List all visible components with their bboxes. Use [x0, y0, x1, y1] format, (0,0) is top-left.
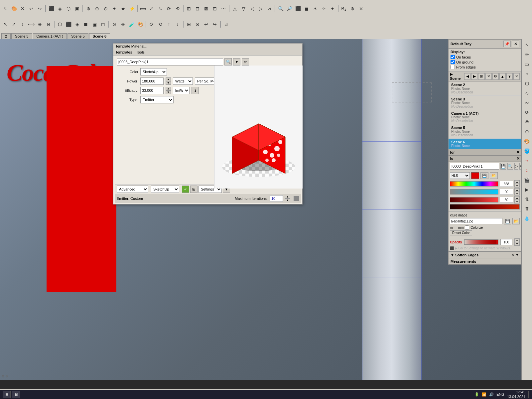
type-select[interactable]: Emitter Light Material — [140, 96, 174, 103]
tool-b4[interactable]: ⟳ — [165, 5, 173, 13]
search-btn[interactable]: 🔍 — [224, 58, 232, 66]
icon-bar-paint[interactable]: 🎨 — [522, 137, 532, 146]
tool2-17[interactable]: ⟳ — [148, 20, 156, 28]
ls-close[interactable]: ✕ — [516, 156, 520, 161]
tool-e7[interactable]: ✦ — [329, 5, 336, 13]
icon-bar-eye[interactable]: 👁 — [522, 118, 532, 126]
search-input[interactable] — [117, 58, 223, 66]
tool-d3[interactable]: ◁ — [248, 5, 256, 13]
scene-nav-left[interactable]: ◀ — [464, 73, 470, 80]
colorize-checkbox[interactable] — [465, 225, 469, 230]
tool-d2[interactable]: ▽ — [239, 5, 247, 13]
tool2-20[interactable]: ↓ — [174, 20, 182, 28]
tool-f3[interactable]: ✕ — [357, 5, 365, 13]
tool-a4[interactable]: ✦ — [110, 5, 118, 13]
tool2-3[interactable]: ↕ — [19, 20, 27, 28]
tray-pin-btn[interactable]: 📌 — [503, 41, 511, 47]
power-down[interactable]: ▼ — [166, 81, 171, 85]
opacity-bar[interactable] — [464, 239, 498, 245]
tool2-2[interactable]: ↗ — [10, 20, 18, 28]
tool2-23[interactable]: ↩ — [202, 20, 210, 28]
sat-bar[interactable] — [450, 189, 498, 195]
icon-bar-pencil[interactable]: ✏ — [522, 50, 532, 59]
hue-down[interactable]: ▼ — [514, 184, 520, 188]
tool2-1[interactable]: ↖ — [1, 20, 9, 28]
tool-d4[interactable]: ▷ — [257, 5, 265, 13]
soften-arrow-icon[interactable]: ▼ — [515, 253, 519, 257]
icon-bar-red-arrow2[interactable]: ↕ — [522, 166, 532, 175]
hue-bar[interactable] — [450, 181, 498, 187]
tool-paint[interactable]: 🎨 — [10, 5, 18, 13]
tool-f2[interactable]: ⊕ — [348, 5, 356, 13]
tool-a2[interactable]: ⊖ — [93, 5, 101, 13]
mat-arrow-btn[interactable]: ▷ — [514, 163, 518, 170]
efficacy-info-btn[interactable]: ℹ — [192, 87, 199, 94]
tool2-6[interactable]: ⊖ — [45, 20, 53, 28]
start-btn[interactable]: ⊞ — [3, 391, 11, 398]
icon-bar-arrow[interactable]: ↖ — [522, 41, 532, 49]
scenes-list[interactable]: Scene 2 Photo: None No Description Scene… — [449, 81, 521, 149]
iter-up[interactable]: ▲ — [285, 195, 290, 199]
scene-settings[interactable]: ⚙ — [492, 73, 499, 80]
tool-3d2[interactable]: ◈ — [56, 5, 64, 13]
tool-c3[interactable]: ⊠ — [202, 5, 210, 13]
tool-c5[interactable]: ⋯ — [219, 5, 227, 13]
icon-bar-rect[interactable]: ▭ — [522, 60, 532, 68]
tool-a3[interactable]: ⊙ — [102, 5, 110, 13]
tool2-25[interactable]: ⊿ — [222, 20, 230, 28]
renderer-select[interactable]: SketchUp VRay — [151, 186, 179, 193]
tool2-22[interactable]: ⊠ — [194, 20, 201, 28]
icon-bar-wavy[interactable]: ∾ — [522, 98, 532, 107]
efficacy-input[interactable] — [140, 87, 164, 94]
sat-up[interactable]: ▲ — [514, 188, 520, 192]
tool-e1[interactable]: 🔍 — [277, 5, 285, 13]
tool2-7[interactable]: ⬡ — [56, 20, 64, 28]
icon-bar-arrows[interactable]: ⇅ — [522, 195, 532, 203]
watts-select[interactable]: Watts Lumens — [173, 77, 193, 85]
soften-edges-header[interactable]: ▼ Soften Edges ✕ ▼ — [449, 252, 521, 258]
efficacy-up[interactable]: ▲ — [166, 87, 171, 90]
tool-b3[interactable]: ⤡ — [156, 5, 164, 13]
tool-3d3[interactable]: ⬡ — [65, 5, 72, 13]
icon-bar-play[interactable]: ▶ — [522, 185, 532, 194]
texture-save-btn[interactable]: 💾 — [504, 218, 511, 224]
opacity-up[interactable]: ▲ — [514, 238, 520, 242]
lum-down[interactable]: ▼ — [514, 200, 520, 203]
tool2-16[interactable]: 🎨 — [136, 20, 144, 28]
tool-e4[interactable]: ◼ — [303, 5, 311, 13]
tool-3d4[interactable]: ▣ — [73, 5, 81, 13]
hue-input[interactable] — [500, 181, 513, 187]
tool2-21[interactable]: ⊞ — [185, 20, 193, 28]
tool-f1[interactable]: B₂ — [340, 5, 348, 13]
hue-up[interactable]: ▲ — [514, 180, 520, 184]
scene-item-6[interactable]: Scene 6 Photo: None — [449, 139, 521, 149]
tool2-5[interactable]: ⊕ — [36, 20, 44, 28]
tool-a6[interactable]: ⚡ — [128, 5, 136, 13]
tool2-15[interactable]: 🧪 — [128, 20, 136, 28]
tool-undo[interactable]: ↩ — [27, 5, 35, 13]
icon-bar-curved[interactable]: ∿ — [522, 89, 532, 97]
mat-browse-btn[interactable]: 🔍 — [507, 163, 513, 170]
tool-3d1[interactable]: ⬛ — [47, 5, 55, 13]
tor-close[interactable]: ✕ — [516, 150, 520, 155]
scene-item-camera1[interactable]: Camera 1 (ACT) Photo: None No Descriptio… — [449, 110, 521, 124]
tool-e5[interactable]: ✶ — [311, 5, 319, 13]
tool-a1[interactable]: ⊕ — [84, 5, 92, 13]
tool-a5[interactable]: ★ — [119, 5, 127, 13]
icon-bar-film[interactable]: 🎬 — [522, 176, 532, 184]
power-up[interactable]: ▲ — [166, 77, 171, 81]
tool2-18[interactable]: ⟲ — [156, 20, 164, 28]
tool-b1[interactable]: ⟺ — [139, 5, 147, 13]
lmw-select[interactable]: lm/W — [173, 87, 190, 94]
advanced-select[interactable]: Advanced Basic — [117, 186, 148, 193]
scene-up[interactable]: ▲ — [499, 73, 506, 80]
tool-select[interactable]: ↖ — [1, 5, 9, 13]
darkred-bar[interactable] — [450, 204, 520, 209]
scene-item-2[interactable]: Scene 2 Photo: None No Description — [449, 81, 521, 96]
scene-down[interactable]: ▼ — [506, 73, 513, 80]
scene-item-5[interactable]: Scene 5 Photo: None No Description — [449, 124, 521, 139]
color-swatch-red[interactable] — [471, 172, 479, 179]
tab-scene3[interactable]: Scene 3 — [11, 33, 32, 39]
search-edit-btn[interactable]: ✏ — [242, 58, 249, 66]
icon-bar-target[interactable]: ⊙ — [522, 127, 532, 136]
